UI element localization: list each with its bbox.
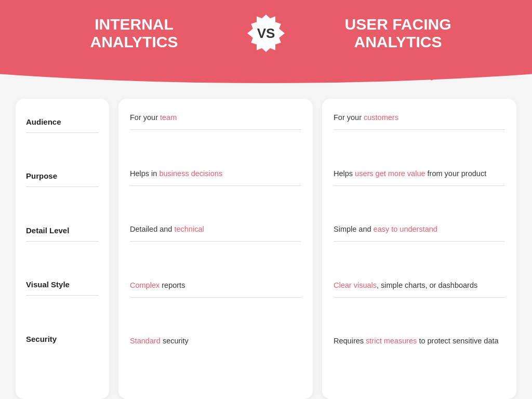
internal-detail-connector: and (157, 225, 174, 233)
user-purpose-highlight: users get more value (355, 169, 425, 178)
user-facing-analytics-title: USER FACING ANALYTICS (295, 16, 501, 51)
internal-detail-text: Detailed and technical (130, 224, 301, 235)
user-audience-plain: For your (334, 113, 364, 122)
purpose-label: Purpose (26, 167, 99, 180)
internal-visual-text: Complex reports (130, 280, 301, 291)
internal-audience-highlight: team (160, 113, 177, 122)
security-label: Security (26, 330, 99, 343)
label-detail-level: Detail Level (26, 222, 99, 276)
user-detail-plain: Simple and (334, 225, 374, 233)
internal-purpose-plain: Helps in (130, 169, 159, 178)
internal-security-text: Standard security (130, 336, 301, 347)
user-security-text: Requires strict measures to protect sens… (334, 336, 505, 347)
user-detail-item: Simple and easy to understand (334, 221, 505, 277)
internal-audience-item: For your team (130, 109, 301, 165)
user-purpose-plain2: from your product (425, 169, 487, 178)
user-security-plain: Requires (334, 337, 366, 345)
internal-detail-plain: Detailed (130, 225, 157, 233)
user-visual-highlight: Clear visuals (334, 281, 377, 289)
user-visual-text: Clear visuals, simple charts, or dashboa… (334, 280, 505, 291)
user-audience-text: For your customers (334, 112, 505, 123)
internal-visual-item: Complex reports (130, 277, 301, 333)
label-security: Security (26, 330, 99, 384)
user-visual-plain: , simple charts, or dashboards (377, 281, 477, 289)
internal-purpose-text: Helps in business decisions (130, 168, 301, 179)
internal-analytics-card: For your team Helps in business decision… (118, 99, 313, 399)
internal-title-line1: INTERNAL (95, 16, 174, 33)
content-area: Audience Purpose Detail Level Visual Sty… (0, 99, 532, 399)
label-visual-style: Visual Style (26, 276, 99, 330)
internal-purpose-highlight: business decisions (159, 169, 222, 178)
label-audience: Audience (26, 113, 99, 167)
internal-purpose-item: Helps in business decisions (130, 165, 301, 221)
user-security-plain2: to protect sensitive data (417, 337, 498, 345)
user-security-item: Requires strict measures to protect sens… (334, 332, 505, 389)
visual-style-label: Visual Style (26, 276, 99, 289)
arrow-right-icon: ↙ (425, 66, 445, 95)
user-purpose-item: Helps users get more value from your pro… (334, 165, 505, 221)
vs-badge: VS (247, 15, 285, 52)
internal-detail-highlight: technical (174, 225, 204, 233)
internal-visual-highlight: Complex (130, 281, 159, 289)
internal-title-line2: ANALYTICS (90, 33, 178, 50)
user-audience-highlight: customers (364, 113, 398, 122)
vs-label: VS (257, 25, 275, 42)
internal-analytics-title: INTERNAL ANALYTICS (31, 16, 237, 51)
arrow-left-icon: ↘ (136, 66, 156, 95)
user-detail-text: Simple and easy to understand (334, 224, 505, 235)
user-facing-title-line1: USER FACING (344, 16, 451, 33)
label-purpose: Purpose (26, 167, 99, 221)
audience-label: Audience (26, 113, 99, 126)
user-purpose-text: Helps users get more value from your pro… (334, 168, 505, 179)
internal-security-highlight: Standard (130, 337, 161, 345)
internal-visual-plain: reports (159, 281, 185, 289)
user-visual-item: Clear visuals, simple charts, or dashboa… (334, 277, 505, 333)
user-security-highlight: strict measures (366, 337, 417, 345)
user-purpose-plain: Helps (334, 169, 355, 178)
internal-audience-text: For your team (130, 112, 301, 123)
detail-level-label: Detail Level (26, 222, 99, 235)
user-facing-analytics-card: For your customers Helps users get more … (322, 99, 516, 399)
user-facing-title-line2: ANALYTICS (354, 33, 442, 50)
user-detail-highlight: easy to understand (374, 225, 437, 233)
internal-audience-plain: For your (130, 113, 160, 122)
user-audience-item: For your customers (334, 109, 505, 165)
arrows-row: ↘ ↙ (0, 68, 532, 94)
internal-security-item: Standard security (130, 332, 301, 389)
internal-security-plain: security (161, 337, 189, 345)
labels-card: Audience Purpose Detail Level Visual Sty… (16, 99, 109, 399)
internal-detail-item: Detailed and technical (130, 221, 301, 277)
